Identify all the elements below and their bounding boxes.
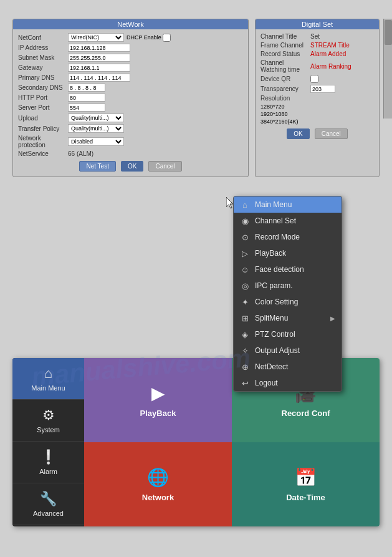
scrollbar-thumb[interactable]: [385, 20, 392, 45]
menu-label-color-setting: Color Setting: [255, 298, 335, 306]
sidebar-item-system[interactable]: ⚙ System: [12, 400, 84, 442]
transfer-select[interactable]: Quality(multi...): [68, 124, 124, 133]
menu-label-ptz-control: PTZ Control: [255, 330, 335, 339]
home-icon: ⌂: [240, 200, 250, 210]
primary-dns-label: Primary DNS: [18, 74, 68, 81]
middle-section: ⌂ Main Menu ◉ Channel Set ⊙ Record Mode …: [0, 190, 392, 352]
sidebar-alarm-label: Alarm: [39, 468, 57, 475]
network-dialog: NetWork NetConf Wired(NIC) DHCP Enable I…: [12, 19, 249, 177]
menu-item-record-mode[interactable]: ⊙ Record Mode: [234, 229, 342, 245]
network-ok-button[interactable]: OK: [121, 161, 143, 172]
device-qr-row: Device QR: [261, 75, 374, 83]
menu-item-face-detection[interactable]: ☺ Face detection: [234, 261, 342, 278]
channel-set-icon: ◉: [240, 216, 250, 226]
tile-network[interactable]: 🌐 Network: [84, 442, 232, 526]
split-menu-arrow: ▶: [330, 315, 335, 322]
netservice-value: 66 (ALM): [68, 150, 243, 157]
channel-title-row: Channel Title Set: [261, 33, 374, 40]
gateway-row: Gateway: [18, 64, 243, 72]
network-tile-icon: 🌐: [147, 467, 169, 488]
sidebar-item-alarm[interactable]: ❕ Alarm: [12, 442, 84, 483]
device-qr-label: Device QR: [261, 75, 310, 82]
upload-select[interactable]: Quality(multi...): [68, 114, 124, 122]
server-port-label: Server Port: [18, 104, 68, 111]
subnet-label: Subnet Mask: [18, 54, 68, 61]
primary-dns-row: Primary DNS: [18, 74, 243, 82]
subnet-input[interactable]: [68, 54, 130, 62]
menu-label-playback: PlayBack: [255, 249, 335, 258]
netdetect-icon: ⊕: [240, 362, 250, 372]
record-status-label: Record Status: [261, 51, 310, 57]
digital-ok-button[interactable]: OK: [287, 128, 309, 139]
network-dialog-buttons: Net Test OK Cancel: [18, 161, 243, 172]
transfer-row: Transfer Policy Quality(multi...): [18, 124, 243, 133]
tile-playback[interactable]: ▶ PlayBack: [84, 358, 232, 442]
digital-set-dialog-title: Digital Set: [256, 19, 379, 29]
dhcp-checkbox[interactable]: [163, 34, 171, 42]
sidebar-item-advanced[interactable]: 🔧 Advanced: [12, 483, 84, 525]
netprotect-select[interactable]: Disabled: [68, 137, 124, 146]
record-status-row: Record Status Alarm Added: [261, 51, 374, 57]
netprotect-label: Network protection: [18, 135, 68, 148]
secondary-dns-input[interactable]: [68, 84, 105, 92]
menu-item-channel-set[interactable]: ◉ Channel Set: [234, 213, 342, 229]
gateway-label: Gateway: [18, 64, 68, 71]
top-dialogs-section: NetWork NetConf Wired(NIC) DHCP Enable I…: [0, 0, 392, 183]
menu-item-ptz-control[interactable]: ◈ PTZ Control: [234, 326, 342, 342]
split-menu-icon: ⊞: [240, 313, 250, 323]
sidebar-home-icon: ⌂: [44, 366, 52, 382]
ip-row: IP Address: [18, 44, 243, 52]
resolution-row: Resolution: [261, 95, 374, 102]
logout-icon: ↩: [240, 378, 250, 388]
frame-channel-label: Frame Channel: [261, 42, 310, 49]
sidebar-alarm-icon: ❕: [40, 449, 57, 465]
netservice-label: NetService: [18, 150, 68, 157]
frame-channel-value: STREAM Title: [310, 42, 374, 49]
digital-cancel-button[interactable]: Cancel: [315, 128, 348, 139]
primary-dns-input[interactable]: [68, 74, 130, 82]
menu-label-channel-set: Channel Set: [255, 216, 335, 225]
transparency-label: Transparency: [261, 85, 310, 92]
menu-label-record-mode: Record Mode: [255, 233, 335, 241]
channel-watching-value: Alarm Ranking: [310, 63, 374, 70]
scrollbar[interactable]: [383, 19, 392, 119]
netconf-row: NetConf Wired(NIC) DHCP Enable: [18, 33, 243, 42]
netprotect-row: Network protection Disabled: [18, 135, 243, 148]
server-port-input[interactable]: [68, 104, 105, 112]
menu-label-ipc-param: IPC param.: [255, 281, 335, 290]
sidebar-item-main-menu[interactable]: ⌂ Main Menu: [12, 358, 84, 400]
svg-marker-0: [226, 197, 233, 208]
sidebar-advanced-label: Advanced: [33, 510, 64, 517]
secondary-dns-row: Secondary DNS: [18, 84, 243, 92]
network-cancel-button[interactable]: Cancel: [148, 161, 181, 172]
digital-set-buttons: OK Cancel: [261, 128, 374, 139]
network-tile-label: Network: [142, 493, 174, 502]
http-port-input[interactable]: [68, 94, 105, 102]
device-qr-checkbox[interactable]: [310, 75, 318, 83]
tile-date-time[interactable]: 📅 Date-Time: [232, 442, 380, 526]
menu-item-color-setting[interactable]: ✦ Color Setting: [234, 294, 342, 310]
gateway-input[interactable]: [68, 64, 130, 72]
menu-item-output-adjust[interactable]: ✧ Output Adjust: [234, 342, 342, 359]
menu-label-split-menu: SplitMenu: [255, 314, 325, 322]
http-port-label: HTTP Port: [18, 94, 68, 101]
menu-item-main-menu[interactable]: ⌂ Main Menu: [234, 196, 342, 213]
menu-item-logout[interactable]: ↩ Logout: [234, 375, 342, 391]
transparency-input[interactable]: [310, 85, 335, 93]
playback-tile-label: PlayBack: [140, 409, 176, 418]
transfer-label: Transfer Policy: [18, 125, 68, 132]
net-test-button[interactable]: Net Test: [79, 161, 116, 172]
netservice-row: NetService 66 (ALM): [18, 150, 243, 157]
ip-input[interactable]: [68, 44, 130, 52]
channel-title-value: Set: [310, 33, 374, 40]
network-dialog-title: NetWork: [13, 19, 248, 29]
ip-label: IP Address: [18, 44, 68, 51]
frame-channel-row: Frame Channel STREAM Title: [261, 42, 374, 49]
record-status-value: Alarm Added: [310, 51, 374, 57]
menu-item-split-menu[interactable]: ⊞ SplitMenu ▶: [234, 310, 342, 326]
netconf-select[interactable]: Wired(NIC): [68, 33, 124, 42]
menu-item-ipc-param[interactable]: ◎ IPC param.: [234, 278, 342, 294]
resolution-label: Resolution: [261, 95, 310, 102]
menu-item-playback[interactable]: ▷ PlayBack: [234, 245, 342, 261]
menu-item-netdetect[interactable]: ⊕ NetDetect: [234, 359, 342, 375]
